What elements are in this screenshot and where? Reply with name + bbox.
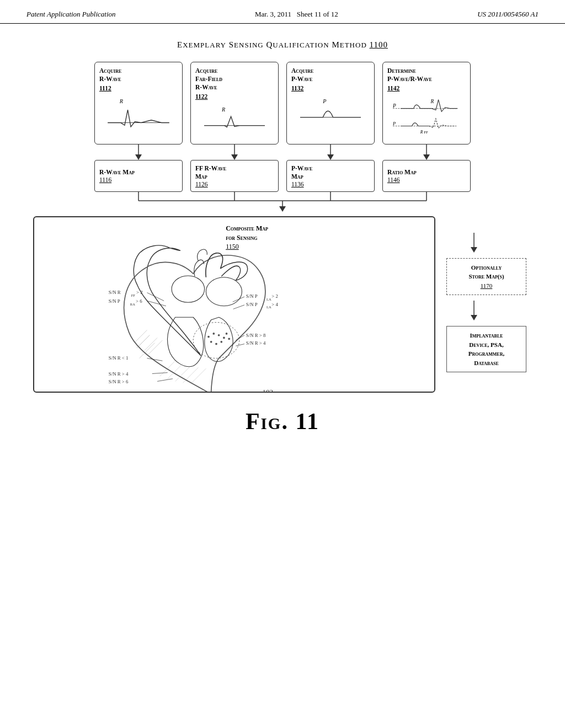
svg-point-34 xyxy=(218,334,220,336)
svg-text:FF: FF xyxy=(131,293,136,297)
svg-line-71 xyxy=(236,344,244,346)
waveform-ff-r-wave: R xyxy=(195,105,274,141)
top-to-map-arrows xyxy=(33,144,532,160)
svg-point-39 xyxy=(226,333,228,335)
svg-line-47 xyxy=(160,361,175,376)
svg-marker-20 xyxy=(423,154,430,160)
top-boxes-row: AcquireR-Wave1112 R AcquireFar-FieldR-Wa… xyxy=(33,62,532,144)
map-boxes-row: R-Wave Map 1116 FF R-WaveMap 1126 P-Wave… xyxy=(33,160,532,192)
main-content: EXEMPLARY SENSING QUALIFICATION METHOD 1… xyxy=(0,24,565,451)
box-1122: AcquireFar-FieldR-Wave1122 R xyxy=(190,62,279,144)
svg-line-61 xyxy=(233,297,244,302)
svg-text:S/N R > 6: S/N R > 6 xyxy=(109,379,129,384)
svg-line-75 xyxy=(152,372,168,373)
svg-text:P: P xyxy=(392,103,396,109)
svg-line-53 xyxy=(147,292,164,301)
svg-point-29 xyxy=(206,277,242,306)
svg-marker-82 xyxy=(471,315,477,320)
map-box-1116: R-Wave Map 1116 xyxy=(94,160,183,192)
svg-text:R: R xyxy=(430,99,434,104)
map-1116-label: R-Wave Map xyxy=(99,168,135,176)
svg-text:S/N P: S/N P xyxy=(246,302,258,307)
header-left: Patent Application Publication xyxy=(26,10,116,19)
map-1116-num: 1116 xyxy=(99,176,111,183)
svg-line-42 xyxy=(142,338,157,353)
svg-text:FF: FF xyxy=(424,130,428,133)
arrow-2 xyxy=(190,144,279,160)
svg-text:S/N R < 1: S/N R < 1 xyxy=(109,355,129,361)
page-header: Patent Application Publication Mar. 3, 2… xyxy=(0,0,565,24)
fig-label: Fig. 11 xyxy=(33,408,532,435)
map-1146-num: 1146 xyxy=(387,176,400,183)
diagram-title: EXEMPLARY SENSING QUALIFICATION METHOD 1… xyxy=(33,40,532,50)
svg-marker-27 xyxy=(279,206,286,212)
svg-text:S/N P: S/N P xyxy=(109,298,120,304)
svg-text:P: P xyxy=(392,120,396,126)
box-1112: AcquireR-Wave1112 R xyxy=(94,62,183,144)
svg-text:> 2: > 2 xyxy=(136,290,143,295)
optionally-store-box: OptionallyStore Map(s) 1170 xyxy=(446,258,526,296)
svg-point-30 xyxy=(172,276,204,302)
svg-point-37 xyxy=(215,343,217,345)
box-1142: DetermineP-Wave/R-Wave1142 R P P R FF xyxy=(382,62,471,144)
svg-line-77 xyxy=(157,379,173,382)
svg-line-65 xyxy=(233,305,244,309)
svg-text:LA: LA xyxy=(266,305,271,309)
header-center: Mar. 3, 2011 Sheet 11 of 12 xyxy=(255,10,338,19)
map-box-1136: P-WaveMap 1136 xyxy=(286,160,375,192)
svg-line-50 xyxy=(183,367,199,383)
heart-diagram-svg: 102 S/N R FF > 2 S/N P RA > 6 S/N P xyxy=(34,217,434,392)
store-to-implantable-arrow xyxy=(446,301,479,320)
svg-text:LA: LA xyxy=(266,297,271,301)
svg-text:> 6: > 6 xyxy=(136,298,142,304)
box-1132-label: AcquireP-Wave1132 xyxy=(291,67,313,93)
svg-text:RA: RA xyxy=(130,302,135,306)
svg-marker-14 xyxy=(135,154,142,160)
svg-line-44 xyxy=(137,335,150,348)
svg-line-45 xyxy=(134,330,147,342)
svg-text:102: 102 xyxy=(263,387,274,391)
map-box-1126: FF R-WaveMap 1126 xyxy=(190,160,279,192)
svg-point-32 xyxy=(207,336,210,338)
arrow-3 xyxy=(286,144,375,160)
svg-text:S/N R: S/N R xyxy=(109,290,121,295)
svg-text:> 4: > 4 xyxy=(271,302,278,307)
waveform-p-r-wave: R P P R FF xyxy=(387,97,466,141)
composite-map-box: Composite Mapfor Sensing 1150 xyxy=(33,216,435,393)
svg-point-36 xyxy=(220,341,222,343)
box-1132: AcquireP-Wave1132 P xyxy=(286,62,375,144)
map-1126-label: FF R-WaveMap xyxy=(195,164,226,181)
svg-marker-16 xyxy=(231,154,238,160)
svg-text:R: R xyxy=(420,129,423,134)
box-1112-label: AcquireR-Wave1112 xyxy=(99,67,121,93)
map-1136-num: 1136 xyxy=(291,181,304,188)
svg-text:S/N R > 4: S/N R > 4 xyxy=(246,340,266,346)
map-box-1146: Ratio Map 1146 xyxy=(382,160,471,192)
header-right: US 2011/0054560 A1 xyxy=(477,10,539,19)
composite-right-panel: OptionallyStore Map(s) 1170 ImplantableD… xyxy=(446,216,532,373)
map-to-composite-arrows xyxy=(33,192,532,212)
svg-point-38 xyxy=(210,341,212,343)
box-1142-label: DetermineP-Wave/R-Wave1142 xyxy=(387,67,432,93)
svg-point-33 xyxy=(212,333,215,335)
svg-text:R: R xyxy=(119,98,124,104)
svg-marker-80 xyxy=(471,247,477,253)
svg-text:S/N P: S/N P xyxy=(246,293,258,299)
svg-text:R: R xyxy=(221,106,225,113)
svg-text:> 2: > 2 xyxy=(271,293,278,299)
svg-text:P: P xyxy=(322,98,326,104)
svg-marker-18 xyxy=(327,154,334,160)
title-num: 1100 xyxy=(370,40,388,49)
waveform-r-wave: R xyxy=(99,97,178,141)
arrow-4 xyxy=(382,144,471,160)
svg-text:S/N R > 4: S/N R > 4 xyxy=(109,371,129,377)
svg-line-69 xyxy=(236,335,244,340)
waveform-p-wave: P xyxy=(291,97,370,141)
composite-section: Composite Mapfor Sensing 1150 xyxy=(33,216,532,393)
title-text: EXEMPLARY SENSING QUALIFICATION METHOD xyxy=(177,40,367,49)
svg-line-57 xyxy=(147,301,166,306)
svg-point-40 xyxy=(228,338,230,340)
svg-line-51 xyxy=(191,368,206,384)
svg-text:S/N R > 8: S/N R > 8 xyxy=(246,332,266,338)
implantable-device-box: ImplantableDevice, PSA,Programmer,Databa… xyxy=(446,326,526,372)
